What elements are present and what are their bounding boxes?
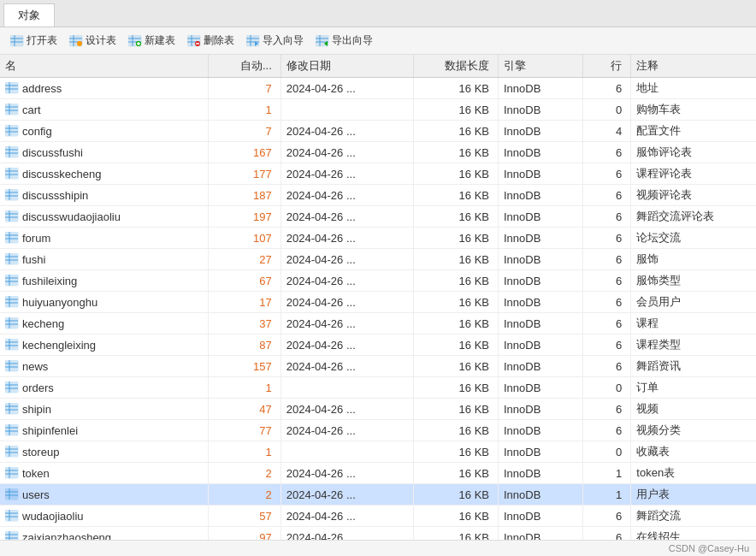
comment-value: 视频 (631, 399, 756, 420)
auto-increment-value: 197 (209, 206, 281, 228)
svg-rect-64 (5, 253, 18, 264)
data-size-value: 16 KB (414, 78, 499, 99)
svg-point-8 (77, 41, 82, 46)
main-window: 对象 打开表 设计表 (0, 0, 756, 556)
table-row[interactable]: fushileixing 672024-04-26 ...16 KBInnoDB… (0, 270, 756, 292)
auto-increment-value: 27 (209, 249, 281, 270)
data-size-value: 16 KB (414, 463, 499, 484)
table-row[interactable]: token 22024-04-26 ...16 KBInnoDB1token表 (0, 463, 756, 484)
table-row[interactable]: news 1572024-04-26 ...16 KBInnoDB6舞蹈资讯 (0, 356, 756, 377)
data-size-value: 16 KB (414, 399, 499, 420)
row-count-value: 6 (582, 78, 630, 99)
table-db-icon (5, 446, 19, 458)
table-row[interactable]: discusswudaojiaoliu 1972024-04-26 ...16 … (0, 206, 756, 228)
table-db-icon (5, 339, 19, 351)
comment-value: 论坛交流 (631, 228, 756, 249)
modified-date-value: 2024-04-26 ... (281, 463, 413, 484)
table-name-text: shipinfenlei (22, 424, 78, 437)
table-db-icon (5, 275, 19, 287)
delete-table-button[interactable]: 删除表 (182, 31, 239, 50)
engine-value: InnoDB (498, 420, 582, 441)
table-row[interactable]: kecheng 372024-04-26 ...16 KBInnoDB6课程 (0, 313, 756, 334)
table-row[interactable]: zaixianzhaosheng 972024-04-26 ...16 KBIn… (0, 527, 756, 541)
comment-value: 舞蹈资讯 (631, 356, 756, 377)
open-table-button[interactable]: 打开表 (5, 31, 62, 50)
comment-value: 舞蹈交流评论表 (631, 206, 756, 228)
engine-value: InnoDB (498, 121, 582, 142)
engine-value: InnoDB (498, 377, 582, 399)
col-size: 数据长度 (414, 55, 499, 78)
data-size-value: 16 KB (414, 121, 499, 142)
design-table-button[interactable]: 设计表 (64, 31, 121, 50)
comment-value: 课程类型 (631, 334, 756, 356)
row-count-value: 4 (582, 121, 630, 142)
modified-date-value: 2024-04-26 ... (281, 484, 413, 506)
engine-value: InnoDB (498, 356, 582, 377)
data-size-value: 16 KB (414, 185, 499, 206)
import-button[interactable]: 导入向导 (241, 31, 309, 50)
table-row[interactable]: discussshipin 1872024-04-26 ...16 KBInno… (0, 185, 756, 206)
modified-date-value (281, 99, 413, 121)
auto-increment-value: 157 (209, 356, 281, 377)
engine-value: InnoDB (498, 399, 582, 420)
modified-date-value: 2024-04-26 ... (281, 313, 413, 334)
data-size-value: 16 KB (414, 206, 499, 228)
table-db-icon (5, 168, 19, 180)
svg-rect-52 (5, 189, 18, 200)
table-row[interactable]: shipinfenlei 772024-04-26 ...16 KBInnoDB… (0, 420, 756, 441)
table-container[interactable]: 名 自动... 修改日期 数据长度 引擎 行 注释 address 72024-… (0, 55, 756, 540)
col-name: 名 (0, 55, 209, 78)
table-row[interactable]: discusskecheng 1772024-04-26 ...16 KBInn… (0, 163, 756, 185)
table-row[interactable]: wudaojiaoliu 572024-04-26 ...16 KBInnoDB… (0, 506, 756, 527)
engine-value: InnoDB (498, 99, 582, 121)
new-table-button[interactable]: 新建表 (123, 31, 180, 50)
table-db-icon (5, 253, 19, 265)
table-row[interactable]: forum 1072024-04-26 ...16 KBInnoDB6论坛交流 (0, 228, 756, 249)
data-size-value: 16 KB (414, 527, 499, 541)
row-count-value: 0 (582, 441, 630, 463)
row-count-value: 6 (582, 399, 630, 420)
table-row[interactable]: huiyuanyonghu 172024-04-26 ...16 KBInnoD… (0, 292, 756, 313)
table-db-icon (5, 82, 19, 94)
modified-date-value: 2024-04-26 ... (281, 185, 413, 206)
data-size-value: 16 KB (414, 228, 499, 249)
auto-increment-value: 1 (209, 441, 281, 463)
modified-date-value: 2024-04-26 ... (281, 249, 413, 270)
table-row[interactable]: users 22024-04-26 ...16 KBInnoDB1用户表 (0, 484, 756, 506)
table-row[interactable]: discussfushi 1672024-04-26 ...16 KBInnoD… (0, 142, 756, 163)
table-row[interactable]: shipin 472024-04-26 ...16 KBInnoDB6视频 (0, 399, 756, 420)
comment-value: 会员用户 (631, 292, 756, 313)
table-row[interactable]: storeup 116 KBInnoDB0收藏表 (0, 441, 756, 463)
engine-value: InnoDB (498, 185, 582, 206)
table-db-icon (5, 531, 19, 540)
table-db-icon (5, 510, 19, 522)
comment-value: 在线招生 (631, 527, 756, 541)
tab-objects[interactable]: 对象 (3, 3, 55, 27)
table-row[interactable]: orders 116 KBInnoDB0订单 (0, 377, 756, 399)
new-table-icon (128, 35, 142, 47)
table-row[interactable]: kechengleixing 872024-04-26 ...16 KBInno… (0, 334, 756, 356)
watermark: CSDN @Casey-Hu (669, 543, 749, 553)
delete-table-icon (187, 35, 201, 47)
svg-rect-92 (5, 403, 18, 414)
table-row[interactable]: fushi 272024-04-26 ...16 KBInnoDB6服饰 (0, 249, 756, 270)
comment-value: 地址 (631, 78, 756, 99)
table-name-text: wudaojiaoliu (22, 510, 84, 523)
modified-date-value: 2024-04-26 ... (281, 506, 413, 527)
row-count-value: 6 (582, 228, 630, 249)
data-size-value: 16 KB (414, 441, 499, 463)
engine-value: InnoDB (498, 313, 582, 334)
comment-value: 配置文件 (631, 121, 756, 142)
table-name-text: kecheng (22, 317, 64, 330)
table-row[interactable]: cart 116 KBInnoDB0购物车表 (0, 99, 756, 121)
data-size-value: 16 KB (414, 249, 499, 270)
modified-date-value: 2024-04-26 ... (281, 228, 413, 249)
auto-increment-value: 17 (209, 292, 281, 313)
auto-increment-value: 2 (209, 484, 281, 506)
table-row[interactable]: config 72024-04-26 ...16 KBInnoDB4配置文件 (0, 121, 756, 142)
export-button[interactable]: 导出向导 (310, 31, 378, 50)
svg-rect-72 (5, 296, 18, 307)
table-name-text: users (22, 488, 50, 501)
svg-rect-80 (5, 339, 18, 350)
table-row[interactable]: address 72024-04-26 ...16 KBInnoDB6地址 (0, 78, 756, 99)
